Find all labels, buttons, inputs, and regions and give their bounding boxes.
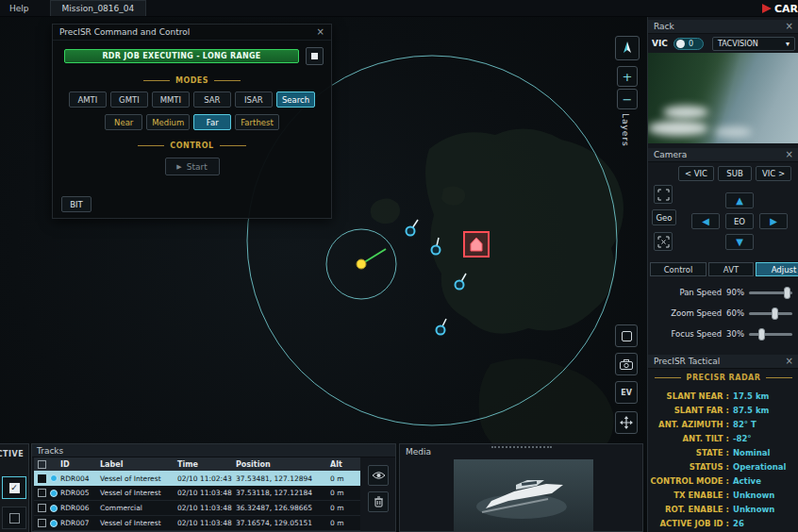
field-ant-azimuth: ANT. AZIMUTH82° T	[648, 417, 798, 431]
vic-prev-button[interactable]: < VIC	[678, 166, 714, 181]
checked-checkbox[interactable]: ✓	[9, 483, 20, 493]
layers-toggle[interactable]: Layers	[621, 113, 630, 147]
stop-job-button[interactable]	[306, 47, 324, 65]
zoom-in-button[interactable]: +	[617, 66, 638, 87]
cell-id: RDR007	[60, 519, 100, 527]
close-icon[interactable]: ×	[786, 22, 793, 31]
range-buttons: Near Medium Far Farthest	[53, 114, 331, 130]
camera-up-button[interactable]: ▲	[725, 192, 754, 208]
empty-checkbox[interactable]	[9, 513, 20, 524]
col-alt[interactable]: Alt	[330, 460, 357, 469]
focus-speed-slider[interactable]	[749, 333, 792, 336]
geo-button[interactable]: Geo	[652, 209, 676, 225]
field-tx-enable: TX ENABLEUnknown	[648, 488, 798, 502]
pan-mode-button[interactable]	[615, 411, 638, 434]
range-near-button[interactable]: Near	[105, 114, 142, 130]
track-type-icon	[50, 505, 58, 512]
control-heading-text: CONTROL	[170, 141, 213, 150]
cell-time: 02/10 11:02:43	[177, 474, 236, 483]
camera-down-button[interactable]: ▼	[725, 234, 754, 250]
source-dropdown[interactable]: TACVISION ▾	[712, 37, 795, 51]
expand-button[interactable]	[654, 185, 673, 204]
row-checkbox[interactable]	[38, 474, 46, 483]
fit-button[interactable]	[654, 232, 673, 251]
delete-track-button[interactable]	[368, 491, 389, 512]
pan-speed-row: Pan Speed 90%	[648, 285, 798, 300]
cell-id: RDR004	[60, 474, 100, 483]
chevron-down-icon: ▾	[786, 40, 790, 48]
table-row[interactable]: RDR006 Commercial 02/10 11:03:48 36.3248…	[34, 501, 360, 516]
start-button[interactable]: ▶ Start	[165, 158, 220, 175]
range-far-button[interactable]: Far	[193, 114, 231, 130]
zoom-speed-slider[interactable]	[749, 312, 792, 315]
col-time[interactable]: Time	[177, 460, 236, 469]
close-icon[interactable]: ×	[786, 357, 793, 366]
slider-thumb[interactable]	[758, 328, 765, 341]
mode-gmti-button[interactable]: GMTI	[110, 91, 148, 108]
active-checkbox-cell[interactable]: ✓	[2, 476, 26, 499]
vic-next-button[interactable]: VIC >	[756, 166, 791, 181]
overview-button[interactable]	[615, 324, 638, 347]
help-menu[interactable]: Help	[0, 4, 39, 13]
minus-icon: −	[623, 92, 633, 107]
table-row[interactable]: RDR007 Vessel of Interest 02/10 11:03:48…	[34, 516, 360, 531]
bit-button[interactable]: BIT	[61, 196, 91, 212]
rack-controls: VIC 0 TACVISION ▾	[652, 36, 795, 51]
close-icon[interactable]: ×	[317, 27, 324, 37]
tab-adjust[interactable]: Adjust	[756, 262, 798, 276]
focus-speed-value: 30%	[726, 329, 744, 339]
rack-panel-header: Rack ×	[648, 20, 798, 34]
camera-tabs: Control AVT Adjust	[650, 262, 798, 276]
table-row[interactable]: RDR004 Vessel of Interest 02/10 11:02:43…	[34, 471, 360, 486]
col-id[interactable]: ID	[60, 460, 100, 469]
tab-control[interactable]: Control	[650, 262, 707, 276]
col-position[interactable]: Position	[236, 460, 330, 469]
col-label[interactable]: Label	[100, 460, 177, 469]
dialog-titlebar[interactable]: PrecISR Command and Control ×	[53, 25, 331, 41]
mode-sar-button[interactable]: SAR	[193, 91, 231, 108]
ev-button[interactable]: EV	[615, 381, 638, 404]
tracks-titlebar[interactable]: Tracks	[32, 444, 395, 457]
row-checkbox[interactable]	[38, 504, 46, 512]
tactical-panel-header: PrecISR Tactical ×	[648, 355, 798, 369]
brand-logo: CAR	[762, 0, 798, 17]
cell-id: RDR005	[60, 489, 100, 497]
range-medium-button[interactable]: Medium	[146, 114, 190, 130]
media-thumbnail[interactable]	[454, 459, 593, 532]
zoom-out-button[interactable]: −	[617, 89, 638, 109]
video-feed[interactable]	[648, 53, 798, 143]
camera-right-button[interactable]: ▶	[759, 213, 788, 229]
pan-speed-slider[interactable]	[749, 291, 792, 294]
modes-heading-text: MODES	[175, 76, 208, 85]
vic-toggle[interactable]: 0	[673, 38, 704, 50]
cell-position: 37.16574, 129.05151	[236, 519, 330, 527]
camera-layer-button[interactable]	[615, 353, 638, 375]
close-icon[interactable]: ×	[786, 150, 793, 159]
cell-time: 02/10 11:03:48	[177, 519, 236, 527]
ev-label: EV	[621, 389, 632, 397]
field-control-mode: CONTROL MODEActive	[648, 474, 798, 488]
plus-icon: +	[623, 70, 633, 84]
mode-mmti-button[interactable]: MMTI	[152, 91, 190, 108]
camera-left-button[interactable]: ◀	[691, 213, 720, 229]
select-all-checkbox[interactable]	[38, 460, 46, 469]
mission-tab[interactable]: Mission_0816_04	[50, 0, 147, 16]
active-checkbox-cell[interactable]	[2, 507, 26, 529]
toggle-knob	[676, 40, 685, 48]
field-state: STATENominal	[648, 445, 798, 459]
sub-button[interactable]: SUB	[718, 166, 752, 181]
slider-thumb[interactable]	[772, 308, 778, 320]
eo-button[interactable]: EO	[725, 213, 754, 229]
mode-amti-button[interactable]: AMTI	[69, 91, 107, 108]
slider-thumb[interactable]	[784, 287, 790, 299]
mode-search-button[interactable]: Search	[276, 91, 315, 108]
compass-button[interactable]	[615, 36, 640, 60]
visibility-button[interactable]	[368, 465, 389, 486]
mode-isar-button[interactable]: ISAR	[235, 91, 273, 108]
tab-avt[interactable]: AVT	[708, 262, 754, 276]
row-checkbox[interactable]	[38, 489, 46, 497]
drag-handle[interactable]	[491, 446, 552, 448]
range-farthest-button[interactable]: Farthest	[235, 114, 279, 130]
table-row[interactable]: RDR005 Vessel of Interest 02/10 11:03:48…	[34, 486, 360, 501]
row-checkbox[interactable]	[38, 519, 46, 527]
